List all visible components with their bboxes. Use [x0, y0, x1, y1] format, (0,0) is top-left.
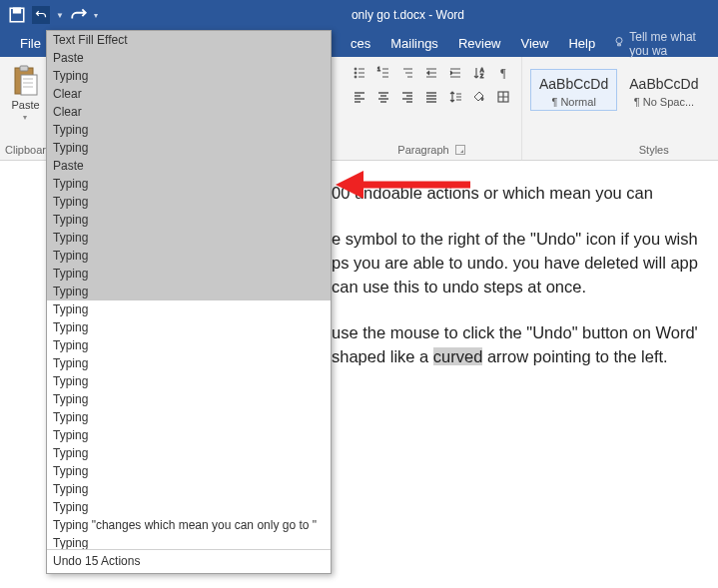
- svg-text:1: 1: [377, 66, 380, 72]
- undo-history-list[interactable]: Text Fill EffectPasteTypingClearClearTyp…: [47, 31, 331, 549]
- tab-references-partial[interactable]: ces: [341, 30, 380, 57]
- clipboard-group-label: Clipboar: [5, 142, 46, 158]
- doc-paragraph: e symbol to the right of the "Undo" icon…: [332, 227, 718, 298]
- bullets-icon[interactable]: [350, 63, 369, 83]
- clipboard-icon: [11, 65, 39, 97]
- align-right-icon[interactable]: [397, 87, 417, 107]
- paragraph-group: 1 AZ ¶ Paragraph: [342, 57, 522, 160]
- undo-history-item[interactable]: Typing: [47, 480, 331, 498]
- undo-history-item[interactable]: Typing: [47, 354, 331, 372]
- paste-button[interactable]: Paste ▾: [11, 61, 39, 122]
- style-normal[interactable]: AaBbCcDd ¶ Normal: [530, 69, 617, 111]
- multilevel-list-icon[interactable]: [397, 63, 417, 83]
- tab-mailings[interactable]: Mailings: [380, 30, 448, 57]
- borders-icon[interactable]: [493, 87, 513, 107]
- undo-history-item[interactable]: Typing: [47, 283, 331, 300]
- style-no-spacing[interactable]: AaBbCcDd ¶ No Spac...: [620, 69, 707, 111]
- tell-me-label: Tell me what you wa: [629, 30, 718, 58]
- undo-history-item[interactable]: Typing: [47, 193, 331, 211]
- styles-group-label: Styles: [530, 142, 718, 158]
- undo-history-item[interactable]: Typing: [47, 372, 331, 390]
- window-title: only go t.docx - Word: [98, 8, 718, 22]
- undo-history-item[interactable]: Clear: [47, 103, 331, 121]
- tab-file[interactable]: File: [10, 30, 51, 57]
- undo-history-item[interactable]: Clear: [47, 85, 331, 103]
- undo-history-item[interactable]: Typing: [47, 336, 331, 354]
- undo-history-item[interactable]: Paste: [47, 49, 331, 67]
- tab-help[interactable]: Help: [558, 30, 605, 57]
- svg-rect-1: [14, 8, 21, 13]
- tell-me-search[interactable]: Tell me what you wa: [613, 30, 718, 58]
- shading-icon[interactable]: [469, 87, 489, 107]
- undo-history-item[interactable]: Paste: [47, 157, 331, 175]
- undo-history-item[interactable]: Typing "changes which mean you can only …: [47, 516, 331, 534]
- align-center-icon[interactable]: [373, 87, 393, 107]
- undo-history-item[interactable]: Typing: [47, 247, 331, 265]
- chevron-down-icon: ▾: [23, 113, 27, 122]
- dialog-launcher-icon[interactable]: [455, 145, 465, 155]
- undo-history-item[interactable]: Typing: [47, 300, 331, 318]
- redo-icon[interactable]: [70, 6, 88, 24]
- undo-icon[interactable]: [32, 6, 50, 24]
- undo-status-bar: Undo 15 Actions: [47, 549, 331, 573]
- svg-point-2: [616, 38, 622, 44]
- undo-history-item[interactable]: Typing: [47, 426, 331, 444]
- doc-paragraph: use the mouse to click the "Undo" button…: [332, 320, 718, 368]
- save-icon[interactable]: [8, 6, 26, 24]
- svg-point-6: [355, 68, 357, 70]
- align-left-icon[interactable]: [350, 87, 369, 107]
- increase-indent-icon[interactable]: [445, 63, 465, 83]
- sort-icon[interactable]: AZ: [469, 63, 489, 83]
- numbering-icon[interactable]: 1: [373, 63, 393, 83]
- justify-icon[interactable]: [421, 87, 441, 107]
- lightbulb-icon: [613, 36, 625, 51]
- svg-text:Z: Z: [480, 73, 483, 79]
- style-heading[interactable]: AaBb Headin: [711, 66, 718, 115]
- undo-history-item[interactable]: Typing: [47, 390, 331, 408]
- show-marks-icon[interactable]: ¶: [493, 63, 513, 83]
- undo-history-item[interactable]: Typing: [47, 139, 331, 157]
- undo-history-item[interactable]: Typing: [47, 498, 331, 516]
- undo-history-item[interactable]: Typing: [47, 265, 331, 283]
- clipboard-group: Paste ▾ Clipboar: [0, 57, 52, 160]
- styles-group: AaBbCcDd ¶ Normal AaBbCcDd ¶ No Spac... …: [522, 57, 718, 160]
- svg-point-7: [355, 72, 357, 74]
- svg-rect-4: [20, 66, 28, 71]
- title-bar: ▼ ▾ only go t.docx - Word: [0, 0, 718, 30]
- undo-history-item[interactable]: Typing: [47, 462, 331, 480]
- undo-history-item[interactable]: Typing: [47, 175, 331, 193]
- undo-dropdown-arrow-icon[interactable]: ▼: [56, 11, 64, 20]
- undo-history-dropdown: Text Fill EffectPasteTypingClearClearTyp…: [46, 30, 332, 574]
- undo-history-item[interactable]: Typing: [47, 67, 331, 85]
- paragraph-group-label: Paragraph: [350, 142, 513, 158]
- undo-history-item[interactable]: Typing: [47, 121, 331, 139]
- undo-history-item[interactable]: Typing: [47, 318, 331, 336]
- tab-view[interactable]: View: [511, 30, 559, 57]
- tab-review[interactable]: Review: [448, 30, 511, 57]
- doc-paragraph: 00 undoable actions or which mean you ca…: [332, 181, 718, 205]
- undo-history-item[interactable]: Typing: [47, 408, 331, 426]
- selected-text: curved: [433, 347, 483, 365]
- paste-label: Paste: [11, 99, 39, 111]
- undo-history-item[interactable]: Text Fill Effect: [47, 31, 331, 49]
- decrease-indent-icon[interactable]: [421, 63, 441, 83]
- svg-point-8: [355, 76, 357, 78]
- undo-history-item[interactable]: Typing: [47, 211, 331, 229]
- line-spacing-icon[interactable]: [445, 87, 465, 107]
- undo-history-item[interactable]: Typing: [47, 444, 331, 462]
- undo-history-item[interactable]: Typing: [47, 534, 331, 549]
- undo-history-item[interactable]: Typing: [47, 229, 331, 247]
- svg-rect-5: [21, 75, 37, 95]
- quick-access-toolbar: ▼ ▾: [0, 0, 98, 30]
